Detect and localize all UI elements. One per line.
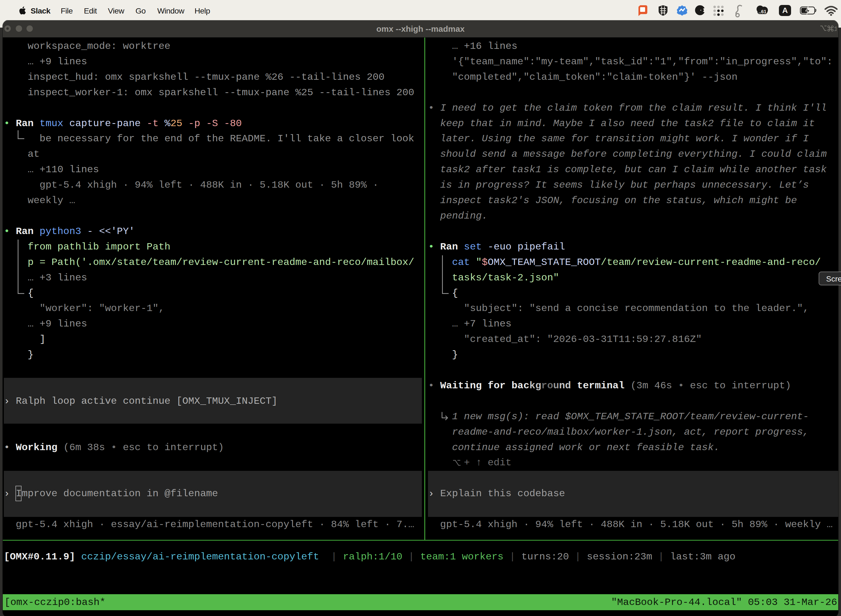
svg-text:..61: ..61	[759, 9, 766, 14]
svg-text:1: 1	[834, 25, 837, 32]
